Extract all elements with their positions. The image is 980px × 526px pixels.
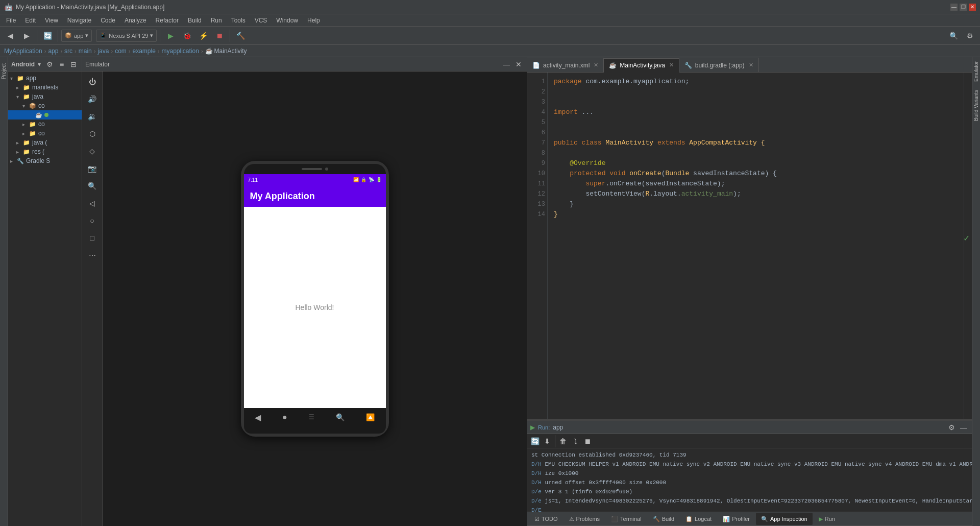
home-button[interactable]: ○ <box>85 213 100 228</box>
recents-button[interactable]: □ <box>85 231 100 245</box>
tool-tab-profiler[interactable]: 📊 Profiler <box>718 513 755 525</box>
nav-app-button[interactable]: 🔼 <box>366 413 375 421</box>
breadcrumb-src[interactable]: src <box>64 47 72 55</box>
run-settings-btn[interactable]: ⚙ <box>946 422 957 433</box>
power-button[interactable]: ⏻ <box>85 75 100 89</box>
search-everywhere-button[interactable]: 🔍 <box>946 29 961 43</box>
code-content[interactable]: package com.example.myapplication; impor… <box>548 73 964 419</box>
tab-close-xml[interactable]: ✕ <box>594 62 598 68</box>
forward-toolbar-button[interactable]: ▶ <box>19 29 34 43</box>
phone-nav-bar[interactable]: ◀ ● ☰ 🔍 🔼 <box>244 408 386 426</box>
project-settings-btn[interactable]: ⚙ <box>45 59 55 69</box>
tool-tab-run[interactable]: ▶ Run <box>814 513 840 525</box>
menu-code[interactable]: Code <box>96 16 119 25</box>
title-bar-controls[interactable]: — ❐ ✕ <box>950 4 976 11</box>
run-minimize-btn[interactable]: — <box>959 422 969 433</box>
build-variants-tab-vert[interactable]: Build Variants <box>972 86 980 125</box>
menu-view[interactable]: View <box>41 16 62 25</box>
menu-edit[interactable]: Edit <box>21 16 40 25</box>
run-button[interactable]: ▶ <box>163 29 178 43</box>
menu-analyze[interactable]: Analyze <box>120 16 151 25</box>
log-stop-btn2[interactable]: ⏹ <box>582 436 593 447</box>
code-editor[interactable]: 1 2 3 4 5 6 7 8 9 10 11 12 13 14 package… <box>527 73 972 419</box>
tab-mainactivity-java[interactable]: ☕ MainActivity.java ✕ <box>604 58 679 73</box>
tree-item-java[interactable]: ▾ 📁 java <box>8 92 82 101</box>
tool-tab-build[interactable]: 🔨 Build <box>648 513 679 525</box>
tree-item-mainactivity[interactable]: ▸ ☕ <box>8 110 82 119</box>
emulator-minimize-btn[interactable]: — <box>501 59 511 69</box>
tool-tab-app-inspection[interactable]: 🔍 App Inspection <box>756 513 813 525</box>
volume-down-button[interactable]: 🔉 <box>85 109 100 124</box>
zoom-button[interactable]: 🔍 <box>85 179 100 193</box>
more-button[interactable]: ⋯ <box>85 248 100 262</box>
settings-button[interactable]: ⚙ <box>963 29 977 43</box>
tree-item-co2[interactable]: ▸ 📁 co <box>8 119 82 129</box>
close-button[interactable]: ✕ <box>969 4 976 11</box>
menu-vcs[interactable]: VCS <box>251 16 272 25</box>
tree-item-res[interactable]: ▸ 📁 res ( <box>8 147 82 156</box>
menu-build[interactable]: Build <box>184 16 206 25</box>
menu-window[interactable]: Window <box>272 16 302 25</box>
menu-navigate[interactable]: Navigate <box>63 16 95 25</box>
breadcrumb-myapplication[interactable]: MyApplication <box>4 47 42 55</box>
device-dropdown[interactable]: 📱 Nexus S API 29 ▾ <box>96 30 157 42</box>
nav-menu-button[interactable]: ☰ <box>309 414 314 421</box>
profile-button[interactable]: ⚡ <box>196 29 210 43</box>
nav-search-button[interactable]: 🔍 <box>336 413 345 421</box>
debug-button[interactable]: 🐞 <box>180 29 194 43</box>
sync-button[interactable]: 🔄 <box>40 29 55 43</box>
menu-file[interactable]: File <box>2 16 20 25</box>
tab-build-gradle[interactable]: 🔧 build.gradle (:app) ✕ <box>679 58 759 72</box>
log-stop-btn[interactable]: ⬇ <box>542 436 553 447</box>
breadcrumb-com[interactable]: com <box>115 47 127 55</box>
fold-button[interactable]: ◇ <box>85 144 100 158</box>
tree-item-gradle[interactable]: ▸ 🔧 Gradle S <box>8 156 82 165</box>
back-toolbar-button[interactable]: ◀ <box>3 29 17 43</box>
stop-button[interactable]: ⏹ <box>212 29 227 43</box>
build-button[interactable]: 🔨 <box>233 29 248 43</box>
tool-tab-logcat[interactable]: 📋 Logcat <box>680 513 717 525</box>
right-gutter <box>964 73 972 419</box>
android-dropdown[interactable]: ▾ <box>38 61 41 68</box>
tree-item-java2[interactable]: ▸ 📁 java ( <box>8 138 82 147</box>
tree-item-manifests[interactable]: ▸ 📁 manifests <box>8 83 82 92</box>
emulator-close-btn[interactable]: ✕ <box>513 59 524 69</box>
project-tab-vert[interactable]: Project <box>0 59 8 83</box>
menu-help[interactable]: Help <box>303 16 324 25</box>
breadcrumb-myapplication2[interactable]: myapplication <box>162 47 199 55</box>
rotate-button[interactable]: ⬡ <box>85 127 100 141</box>
breadcrumb-example[interactable]: example <box>132 47 155 55</box>
tool-tab-terminal[interactable]: ⬛ Terminal <box>606 513 647 525</box>
back-emulator-button[interactable]: ◁ <box>85 196 100 210</box>
tool-tab-todo[interactable]: ☑ TODO <box>529 513 563 525</box>
tab-activity-main-xml[interactable]: 📄 activity_main.xml ✕ <box>527 58 604 72</box>
volume-up-button[interactable]: 🔊 <box>85 92 100 106</box>
nav-home-button[interactable]: ● <box>282 413 287 422</box>
breadcrumb-mainactivity[interactable]: ☕MainActivity <box>205 47 247 55</box>
log-restart-btn[interactable]: 🔄 <box>529 436 541 447</box>
menu-refactor[interactable]: Refactor <box>152 16 183 25</box>
tool-tab-problems[interactable]: ⚠ Problems <box>564 513 605 525</box>
menu-run[interactable]: Run <box>207 16 226 25</box>
project-filter-btn[interactable]: ⊟ <box>69 59 79 69</box>
breadcrumb-app[interactable]: app <box>48 47 58 55</box>
run-config-dropdown[interactable]: 📦 app ▾ <box>61 30 92 42</box>
tree-item-co3[interactable]: ▸ 📁 co <box>8 129 82 138</box>
nav-back-button[interactable]: ◀ <box>255 413 261 422</box>
log-scroll-btn[interactable]: ⤵ <box>570 436 581 447</box>
tree-item-co1[interactable]: ▾ 📦 co <box>8 101 82 110</box>
screenshot-button[interactable]: 📷 <box>85 161 100 176</box>
minimize-button[interactable]: — <box>950 4 958 11</box>
maximize-button[interactable]: ❐ <box>960 4 967 11</box>
breadcrumb-java[interactable]: java <box>97 47 109 55</box>
tab-close-java[interactable]: ✕ <box>669 62 674 68</box>
tree-item-app[interactable]: ▾ 📁 app <box>8 74 82 83</box>
project-collapse-btn[interactable]: ≡ <box>57 59 66 69</box>
phone-screen[interactable]: 7:11 📶 🔒 📡 🔋 My Application <box>244 174 386 408</box>
log-content[interactable]: st Connection established 0xd9237460, ti… <box>527 448 972 512</box>
log-clear-btn[interactable]: 🗑 <box>557 436 569 447</box>
emulator-tab-vert[interactable]: Emulator <box>972 57 980 86</box>
breadcrumb-main[interactable]: main <box>79 47 92 55</box>
menu-tools[interactable]: Tools <box>227 16 250 25</box>
tab-close-gradle[interactable]: ✕ <box>749 62 753 68</box>
